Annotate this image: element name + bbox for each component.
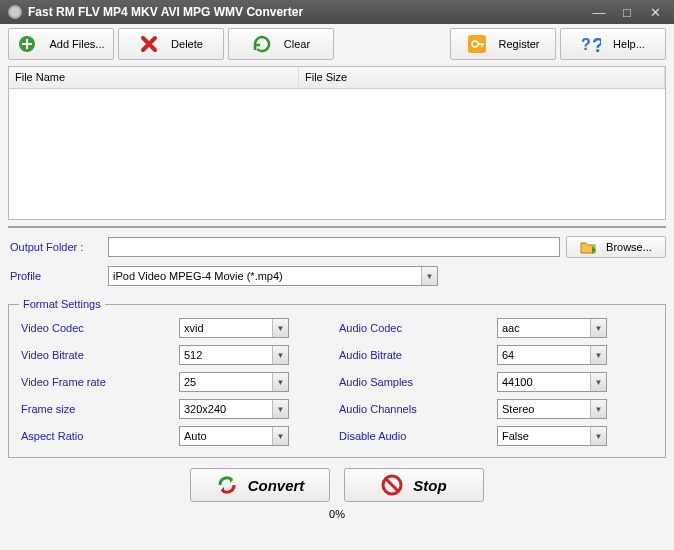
video-bitrate-label: Video Bitrate	[19, 349, 179, 361]
col-file-name[interactable]: File Name	[9, 67, 299, 88]
format-legend: Format Settings	[19, 298, 105, 310]
register-label: Register	[499, 38, 540, 50]
help-button[interactable]: ?? Help...	[560, 28, 666, 60]
video-codec-label: Video Codec	[19, 322, 179, 334]
titlebar: Fast RM FLV MP4 MKV AVI MPG WMV Converte…	[0, 0, 674, 24]
chevron-down-icon: ▼	[272, 400, 288, 418]
frame-size-select[interactable]: 320x240▼	[179, 399, 289, 419]
chevron-down-icon: ▼	[272, 427, 288, 445]
output-folder-label: Output Folder :	[8, 241, 108, 253]
disable-audio-label: Disable Audio	[337, 430, 497, 442]
chevron-down-icon: ▼	[590, 373, 606, 391]
convert-icon	[216, 474, 238, 496]
stop-button[interactable]: Stop	[344, 468, 484, 502]
audio-samples-select[interactable]: 44100▼	[497, 372, 607, 392]
convert-button[interactable]: Convert	[190, 468, 330, 502]
audio-channels-label: Audio Channels	[337, 403, 497, 415]
format-settings: Format Settings Video Codecxvid▼ Video B…	[8, 298, 666, 458]
svg-text:?: ?	[592, 34, 601, 54]
chevron-down-icon: ▼	[272, 346, 288, 364]
register-button[interactable]: Register	[450, 28, 556, 60]
file-list-header: File Name File Size	[9, 67, 665, 89]
stop-label: Stop	[413, 477, 446, 494]
audio-codec-label: Audio Codec	[337, 322, 497, 334]
clear-icon	[252, 34, 272, 54]
frame-size-label: Frame size	[19, 403, 179, 415]
chevron-down-icon: ▼	[272, 319, 288, 337]
audio-channels-select[interactable]: Stereo▼	[497, 399, 607, 419]
browse-icon	[580, 240, 596, 254]
clear-label: Clear	[284, 38, 310, 50]
video-codec-select[interactable]: xvid▼	[179, 318, 289, 338]
stop-icon	[381, 474, 403, 496]
add-files-icon	[17, 34, 37, 54]
video-bitrate-select[interactable]: 512▼	[179, 345, 289, 365]
toolbar: Add Files... Delete Clear Register ?? He	[8, 28, 666, 60]
video-framerate-label: Video Frame rate	[19, 376, 179, 388]
video-framerate-select[interactable]: 25▼	[179, 372, 289, 392]
audio-codec-select[interactable]: aac▼	[497, 318, 607, 338]
disable-audio-select[interactable]: False▼	[497, 426, 607, 446]
profile-select[interactable]: iPod Video MPEG-4 Movie (*.mp4) ▼	[108, 266, 438, 286]
browse-button[interactable]: Browse...	[566, 236, 666, 258]
chevron-down-icon: ▼	[421, 267, 437, 285]
help-label: Help...	[613, 38, 645, 50]
browse-label: Browse...	[606, 241, 652, 253]
audio-samples-label: Audio Samples	[337, 376, 497, 388]
convert-label: Convert	[248, 477, 305, 494]
delete-button[interactable]: Delete	[118, 28, 224, 60]
add-files-button[interactable]: Add Files...	[8, 28, 114, 60]
file-list[interactable]: File Name File Size	[8, 66, 666, 220]
window-title: Fast RM FLV MP4 MKV AVI MPG WMV Converte…	[28, 5, 582, 19]
audio-bitrate-label: Audio Bitrate	[337, 349, 497, 361]
app-icon	[8, 5, 22, 19]
close-button[interactable]: ✕	[644, 4, 666, 20]
chevron-down-icon: ▼	[590, 400, 606, 418]
minimize-button[interactable]: —	[588, 4, 610, 20]
clear-button[interactable]: Clear	[228, 28, 334, 60]
register-icon	[467, 34, 487, 54]
profile-label: Profile	[8, 270, 108, 282]
progress-text: 0%	[8, 508, 666, 520]
help-icon: ??	[581, 34, 601, 54]
svg-text:?: ?	[581, 36, 591, 53]
output-folder-input[interactable]	[108, 237, 560, 257]
audio-bitrate-select[interactable]: 64▼	[497, 345, 607, 365]
chevron-down-icon: ▼	[590, 319, 606, 337]
chevron-down-icon: ▼	[272, 373, 288, 391]
file-list-body[interactable]	[9, 89, 665, 219]
col-file-size[interactable]: File Size	[299, 67, 665, 88]
profile-value: iPod Video MPEG-4 Movie (*.mp4)	[113, 270, 283, 282]
aspect-ratio-label: Aspect Ratio	[19, 430, 179, 442]
chevron-down-icon: ▼	[590, 427, 606, 445]
delete-label: Delete	[171, 38, 203, 50]
add-files-label: Add Files...	[49, 38, 104, 50]
aspect-ratio-select[interactable]: Auto▼	[179, 426, 289, 446]
maximize-button[interactable]: □	[616, 4, 638, 20]
chevron-down-icon: ▼	[590, 346, 606, 364]
delete-icon	[139, 34, 159, 54]
